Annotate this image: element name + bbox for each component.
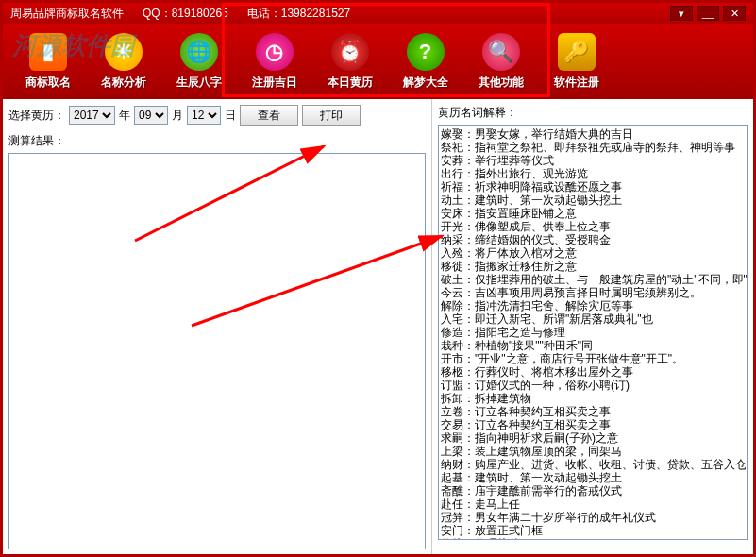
explain-line: 解除：指冲洗清扫宅舍、解除灾厄等事 [441,299,745,312]
day-select[interactable]: 12 [187,106,221,125]
right-panel: 黄历名词解释： 嫁娶：男娶女嫁，举行结婚大典的吉日祭祀：指祠堂之祭祀、即拜祭祖先… [432,99,753,554]
dropdown-button[interactable]: ▾ [670,6,693,21]
explain-line: 修坟：修理坟墓 [441,537,745,540]
toolbar-item-3[interactable]: ◷注册吉日 [239,27,310,95]
toolbar-label: 注册吉日 [252,75,297,91]
toolbar-label: 生辰八字 [176,75,222,91]
explain-line: 求嗣：指向神明祈求后嗣(子孙)之意 [441,431,745,445]
explain-line: 纳采：缔结婚姻的仪式、受授聘金 [441,233,745,246]
explain-line: 嫁娶：男娶女嫁，举行结婚大典的吉日 [441,127,745,141]
view-button[interactable]: 查看 [240,105,298,126]
toolbar-item-1[interactable]: ☀名称分析 [88,27,159,95]
chart-icon: ▮ [29,33,67,71]
toolbar-label: 解梦大全 [403,75,448,91]
query-row: 选择黄历： 2017 年 09 月 12 日 查看 打印 [8,105,426,126]
explain-line: 修造：指阳宅之造与修理 [441,326,745,339]
explain-line: 斋醮：庙宇建醮前需举行的斋戒仪式 [441,484,745,498]
toolbar-item-4[interactable]: ⏰本日黄历 [314,27,385,95]
explain-line: 拆卸：拆掉建筑物 [441,392,745,405]
toolbar-label: 名称分析 [101,75,146,91]
explain-line: 祈福：祈求神明降福或设醮还愿之事 [441,180,745,194]
explain-line: 开光：佛像塑成后、供奉上位之事 [441,220,745,233]
question-icon: ? [407,33,445,71]
calendar-label: 选择黄历： [8,108,65,124]
toolbar-item-0[interactable]: ▮商标取名 [12,27,83,95]
explain-line: 破土：仅指埋葬用的破土、与一般建筑房屋的"动土"不同，即"破土"属阴宅，"动土"… [441,273,745,286]
toolbar-item-5[interactable]: ?解梦大全 [390,27,461,95]
explain-line: 开市："开业"之意，商店行号开张做生意"开工"。 [441,352,745,365]
toolbar-item-7[interactable]: 🔑软件注册 [541,27,612,95]
key-icon: 🔑 [558,33,596,71]
minimize-button[interactable]: __ [697,6,719,21]
year-unit: 年 [119,108,130,124]
toolbar-item-6[interactable]: 🔍其他功能 [465,27,536,95]
explain-line: 安门：放置正式门框 [441,524,745,537]
globe-icon: 🌐 [180,33,218,71]
search-icon: 🔍 [482,33,520,71]
left-panel: 选择黄历： 2017 年 09 月 12 日 查看 打印 测算结果： [3,99,432,554]
month-select[interactable]: 09 [134,106,168,125]
explain-line: 起基：建筑时、第一次动起锄头挖土 [441,471,745,484]
result-box [8,153,426,549]
app-title: 周易品牌商标取名软件 [10,6,124,22]
explain-line: 今云：吉凶事项用周易预言择日时属明宅须辨别之。 [441,286,745,299]
explain-line: 出行：指外出旅行、观光游览 [441,167,745,180]
explain-line: 移徙：指搬家迁移住所之意 [441,260,745,273]
explain-line: 安葬：举行埋葬等仪式 [441,154,745,167]
explain-line: 祭祀：指祠堂之祭祀、即拜祭祖先或庙寺的祭拜、神明等事 [441,141,745,154]
explain-line: 安床：指安置睡床卧铺之意 [441,207,745,220]
result-label: 测算结果： [8,133,426,149]
toolbar: ▮商标取名☀名称分析🌐生辰八字◷注册吉日⏰本日黄历?解梦大全🔍其他功能🔑软件注册 [3,24,753,99]
close-button[interactable]: ✕ [723,6,746,21]
toolbar-label: 软件注册 [554,75,599,91]
qq-label: QQ：819180265 [143,6,228,22]
print-button[interactable]: 打印 [302,105,361,126]
explain-line: 订盟：订婚仪式的一种，俗称小聘(订) [441,379,745,392]
explain-line: 移柩：行葬仪时、将棺木移出屋外之事 [441,365,745,379]
explain-line: 栽种：种植物"接果""种田禾"同 [441,339,745,352]
explain-line: 入宅：即迁入新宅、所谓"新居落成典礼"也 [441,312,745,326]
month-unit: 月 [172,108,183,124]
day-unit: 日 [225,108,236,124]
sun-icon: ☀ [105,33,143,71]
toolbar-label: 其他功能 [479,75,524,91]
explain-line: 赴任：走马上任 [441,498,745,511]
phone-label: 电话：13982281527 [247,6,350,22]
toolbar-label: 本日黄历 [328,75,373,91]
explain-line: 交易：订立各种契约互相买卖之事 [441,418,745,431]
toolbar-item-2[interactable]: 🌐生辰八字 [163,27,234,95]
toolbar-label: 商标取名 [25,75,71,91]
explain-box[interactable]: 嫁娶：男娶女嫁，举行结婚大典的吉日祭祀：指祠堂之祭祀、即拜祭祖先或庙寺的祭拜、神… [438,125,748,540]
explain-label: 黄历名词解释： [438,105,748,121]
explain-line: 入殓：将尸体放入棺材之意 [441,246,745,260]
year-select[interactable]: 2017 [69,106,115,125]
explain-line: 纳财：购屋产业、进货、收帐、收租、讨债、贷款、五谷入仓等 [441,458,745,471]
explain-line: 冠笄：男女年满二十岁所举行的成年礼仪式 [441,511,745,524]
explain-line: 动土：建筑时、第一次动起锄头挖土 [441,194,745,207]
explain-line: 立卷：订立各种契约互相买卖之事 [441,405,745,418]
titlebar: 周易品牌商标取名软件 QQ：819180265 电话：13982281527 ▾… [3,3,753,24]
clock1-icon: ◷ [256,33,294,71]
explain-line: 上梁：装上建筑物屋顶的梁，同架马 [441,445,745,458]
clock2-icon: ⏰ [331,33,369,71]
